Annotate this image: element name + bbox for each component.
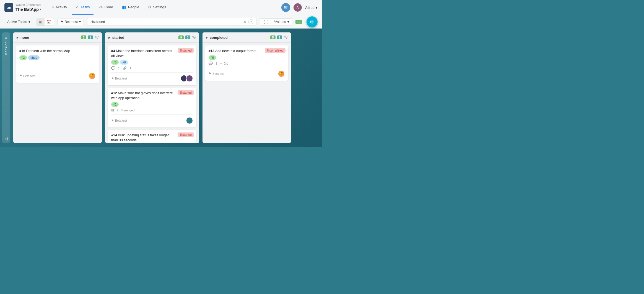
card-16-tags: ^2 #bug xyxy=(19,55,96,60)
logo-area[interactable]: un Wayne Enterprises The BatApp ▾ xyxy=(4,3,41,12)
toolbar: Active Tasks ▾ ⊞ 📅 ⚑ Beta test ▾ ✕ ? ⋮⋮⋮… xyxy=(0,15,322,29)
checklist-icon: ☰ xyxy=(220,62,223,65)
column-started-count-green: 9 xyxy=(178,35,183,39)
clear-search-icon[interactable]: ✕ xyxy=(243,19,247,24)
card-4-avatars xyxy=(180,75,193,82)
tag-8[interactable]: #8 xyxy=(120,60,128,65)
tag-priority-3[interactable]: ^3 xyxy=(111,60,119,65)
card-4-tags: ^3 #8 xyxy=(111,60,193,65)
column-started-title: started xyxy=(112,35,177,40)
card-16-flag: ⚑ Beta test xyxy=(19,74,35,78)
people-icon: 👥 xyxy=(122,5,126,9)
task-card-14[interactable]: %started #14 Bulk updating status takes … xyxy=(108,130,196,143)
column-none-cards: #16 Problem with the normalMap ^2 #bug ⚑… xyxy=(13,43,102,143)
card-avatar xyxy=(186,75,193,82)
card-avatar: 🍊 xyxy=(278,70,285,77)
card-13-meta: 💬 1 ☰ 0/1 xyxy=(209,62,285,65)
settings-icon: ⚙ xyxy=(148,5,151,9)
card-12-flag: ⚑ Beta test xyxy=(111,119,127,122)
sub-issues-icon: ⊡ xyxy=(111,108,114,112)
column-none: ▶ none 2 1 ✎⁄ #16 Problem with the norma… xyxy=(13,32,102,143)
card-16-title: #16 Problem with the normalMap xyxy=(19,49,96,54)
activity-icon: ○ xyxy=(52,5,54,9)
add-task-button[interactable] xyxy=(307,16,318,27)
column-completed-header: ▶ completed 5 1 ✎⁄ xyxy=(202,32,291,43)
card-12-tags: ^2 xyxy=(111,102,193,107)
column-arrow-icon[interactable]: ▶ xyxy=(17,36,19,39)
card-4-attachments: 1 xyxy=(129,67,131,70)
card-14-status: %started xyxy=(178,132,194,137)
search-input[interactable] xyxy=(90,20,242,24)
notifications-button[interactable]: ✉ xyxy=(281,3,290,12)
card-16-footer: ⚑ Beta test 🍊 xyxy=(19,70,96,80)
column-completed: ▶ completed 5 1 ✎⁄ %completed #13 Add ne… xyxy=(202,32,291,143)
flag-icon: ⚑ xyxy=(60,20,63,24)
backlog-sidebar[interactable]: ▲ Backlog ◁ xyxy=(2,32,10,143)
card-4-comments: 1 xyxy=(118,67,120,70)
card-4-meta: 💬 1 🔗 1 xyxy=(111,66,193,70)
nav-settings[interactable]: ⚙ Settings xyxy=(144,0,170,15)
comment-icon-13: 💬 xyxy=(209,62,213,65)
tag-priority-2b[interactable]: ^2 xyxy=(111,102,119,107)
app-caret-icon: ▾ xyxy=(40,8,41,11)
merge-icon: ⑂ xyxy=(121,109,123,112)
column-completed-arrow-icon[interactable]: ▶ xyxy=(206,36,208,39)
nav-tasks[interactable]: ✓ Tasks xyxy=(72,0,94,15)
column-completed-cards: %completed #13 Add new text output forma… xyxy=(202,43,291,143)
nav-people[interactable]: 👥 People xyxy=(118,0,143,15)
card-13-tags: ^5 xyxy=(209,55,285,60)
backlog-expand-icon[interactable]: ◁ xyxy=(5,136,8,141)
user-menu[interactable]: Alfred ▾ xyxy=(305,6,318,10)
task-card-12[interactable]: %started #12 Make sure bat gloves don't … xyxy=(108,88,196,127)
flag-icon-small: ⚑ xyxy=(209,72,211,75)
card-4-flag: ⚑ Beta test xyxy=(111,77,127,80)
tag-priority-5[interactable]: ^5 xyxy=(209,55,216,60)
code-icon: <> xyxy=(98,5,103,9)
board-view-button[interactable]: ⊞ xyxy=(37,18,45,25)
column-started: ▶ started 9 3 ✎⁄ %started #4 Make the in… xyxy=(105,32,199,143)
column-none-count-teal: 1 xyxy=(88,35,93,39)
card-avatar xyxy=(186,117,193,124)
card-16-avatars: 🍊 xyxy=(89,72,96,80)
filter-button[interactable]: ⚑ Beta test ▾ xyxy=(57,19,84,25)
flag-icon-small: ⚑ xyxy=(19,74,22,78)
card-13-status: %completed xyxy=(265,48,285,53)
search-help-icon[interactable]: ? xyxy=(248,19,253,24)
active-tasks-button[interactable]: Active Tasks ▾ xyxy=(4,18,33,25)
groupby-caret-icon: ▾ xyxy=(287,20,289,24)
column-started-action-icon[interactable]: ✎⁄ xyxy=(192,35,196,40)
card-12-status: %started xyxy=(178,90,194,95)
active-tasks-caret-icon: ▾ xyxy=(28,20,30,24)
task-card-4[interactable]: %started #4 Make the interface consisten… xyxy=(108,45,196,85)
tasks-icon: ✓ xyxy=(76,5,79,9)
card-13-footer: ⚑ Beta test 🍊 xyxy=(209,68,285,77)
task-card-13[interactable]: %completed #13 Add new text output forma… xyxy=(205,45,288,81)
view-toggle: ⊞ 📅 xyxy=(37,18,54,26)
groupby-button[interactable]: ⋮⋮⋮ %status ▾ xyxy=(260,18,292,25)
column-started-count-teal: 3 xyxy=(185,35,190,39)
task-card-16[interactable]: #16 Problem with the normalMap ^2 #bug ⚑… xyxy=(16,45,99,83)
column-none-header: ▶ none 2 1 ✎⁄ xyxy=(13,32,102,43)
column-none-action-icon[interactable]: ✎⁄ xyxy=(95,35,98,40)
backlog-arrow-icon: ▲ xyxy=(5,36,8,39)
main-nav: ○ Activity ✓ Tasks <> Code 👥 People ⚙ Se… xyxy=(48,0,281,15)
column-started-arrow-icon[interactable]: ▶ xyxy=(108,36,111,39)
search-bar: ✕ ? xyxy=(87,18,256,26)
filter-caret-icon: ▾ xyxy=(79,20,81,24)
nav-code[interactable]: <> Code xyxy=(95,0,117,15)
column-completed-action-icon[interactable]: ✎⁄ xyxy=(284,35,288,40)
column-completed-title: completed xyxy=(210,35,269,40)
calendar-view-button[interactable]: 📅 xyxy=(45,18,54,25)
comment-icon: 💬 xyxy=(111,66,115,70)
attachment-icon: 🔗 xyxy=(123,66,127,70)
card-13-flag: ⚑ Beta test xyxy=(209,72,224,75)
flag-icon-small: ⚑ xyxy=(111,119,114,122)
merged-tag: ⑂ merged xyxy=(121,109,134,112)
tag-priority-2[interactable]: ^2 xyxy=(19,55,27,60)
card-12-avatars xyxy=(186,117,193,124)
nav-activity[interactable]: ○ Activity xyxy=(48,0,71,15)
flag-icon-small: ⚑ xyxy=(111,77,114,80)
card-4-status: %started xyxy=(178,48,194,53)
tag-bug[interactable]: #bug xyxy=(28,55,39,60)
top-navigation: un Wayne Enterprises The BatApp ▾ ○ Acti… xyxy=(0,0,322,15)
